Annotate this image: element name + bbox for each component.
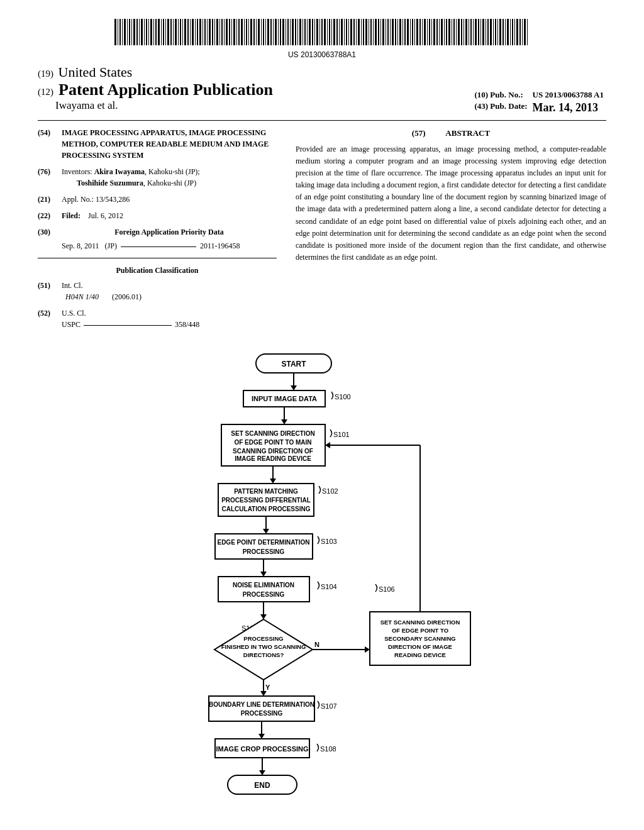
int-cl-year: (2006.01) <box>112 292 142 301</box>
svg-rect-29 <box>182 19 183 45</box>
header-type-row: (12) Patent Application Publication <box>38 80 459 99</box>
svg-rect-155 <box>490 19 492 45</box>
svg-rect-91 <box>333 19 335 45</box>
svg-rect-150 <box>478 19 479 45</box>
svg-rect-118 <box>399 19 401 45</box>
svg-rect-111 <box>382 19 384 45</box>
svg-text:OF EDGE POINT TO MAIN: OF EDGE POINT TO MAIN <box>234 439 311 446</box>
svg-rect-162 <box>507 19 509 45</box>
svg-rect-145 <box>465 19 467 45</box>
s107-line1: BOUNDARY LINE DETERMINATION <box>209 701 314 708</box>
svg-rect-30 <box>184 19 186 45</box>
svg-text:SECONDARY SCANNING: SECONDARY SCANNING <box>384 635 456 642</box>
svg-rect-6 <box>127 19 128 45</box>
svg-text:PROCESSING: PROCESSING <box>243 591 285 598</box>
svg-rect-89 <box>329 19 330 45</box>
svg-rect-135 <box>441 19 443 45</box>
svg-rect-127 <box>422 19 423 45</box>
svg-rect-51 <box>236 19 237 45</box>
svg-rect-108 <box>375 19 377 45</box>
title-field: (54) IMAGE PROCESSING APPARATUS, IMAGE P… <box>38 127 277 161</box>
svg-rect-101 <box>358 19 360 45</box>
svg-text:PROCESSING DIFFERENTIAL: PROCESSING DIFFERENTIAL <box>221 497 311 504</box>
svg-rect-163 <box>510 19 511 45</box>
svg-rect-143 <box>461 19 462 45</box>
svg-rect-147 <box>470 19 472 45</box>
inventors-field: (76) Inventors: Akira Iwayama, Kahoku-sh… <box>38 166 277 189</box>
appl-no-content: Appl. No.: 13/543,286 <box>62 194 277 205</box>
svg-rect-115 <box>392 19 394 45</box>
svg-rect-45 <box>221 19 223 45</box>
foreign-field-num: (30) <box>38 226 62 238</box>
abstract-label: (57) ABSTRACT <box>296 127 606 140</box>
svg-rect-35 <box>197 19 198 45</box>
svg-rect-3 <box>119 19 121 45</box>
svg-rect-81 <box>309 19 311 45</box>
svg-rect-109 <box>378 19 379 45</box>
inventor1-loc: , Kahoku-shi (JP); <box>145 167 200 176</box>
s106-line1: SET SCANNING DIRECTION <box>380 619 460 626</box>
svg-rect-22 <box>165 19 166 45</box>
us-cl-content: U.S. Cl. USPC 358/448 <box>62 307 277 330</box>
svg-rect-33 <box>192 19 194 45</box>
svg-rect-129 <box>427 19 428 45</box>
svg-rect-57 <box>250 19 252 45</box>
page: US 20130063788A1 (19) United States (12)… <box>0 0 644 830</box>
svg-rect-59 <box>256 19 257 45</box>
inventor2-name: Toshihide Suzumura <box>77 179 143 187</box>
svg-rect-154 <box>487 19 489 45</box>
svg-rect-32 <box>190 19 191 45</box>
svg-rect-67 <box>275 19 277 45</box>
header-section: (19) United States (12) Patent Applicati… <box>38 64 606 115</box>
svg-rect-77 <box>299 19 301 45</box>
s107-label: S107 <box>321 702 337 710</box>
svg-text:DIRECTION OF IMAGE: DIRECTION OF IMAGE <box>388 643 452 650</box>
svg-rect-26 <box>175 19 177 45</box>
svg-rect-119 <box>402 19 403 45</box>
svg-rect-123 <box>412 19 413 45</box>
svg-rect-90 <box>331 19 332 45</box>
svg-rect-141 <box>456 19 457 45</box>
svg-rect-97 <box>348 19 349 45</box>
svg-rect-52 <box>238 19 240 45</box>
filed-field-num: (22) <box>38 210 62 221</box>
barcode-svg <box>108 19 536 45</box>
svg-marker-200 <box>365 646 370 653</box>
svg-marker-195 <box>260 614 267 619</box>
svg-rect-11 <box>139 19 140 45</box>
svg-rect-37 <box>203 19 203 45</box>
svg-rect-64 <box>267 19 269 45</box>
svg-rect-24 <box>170 19 172 45</box>
filed-label: Filed: <box>62 211 80 220</box>
svg-rect-93 <box>339 19 340 45</box>
svg-rect-137 <box>446 19 447 45</box>
svg-rect-8 <box>131 19 132 45</box>
foreign-date: Sep. 8, 2011 <box>62 241 99 250</box>
s105-diamond-line1: PROCESSING <box>243 635 283 642</box>
header-divider <box>38 120 606 121</box>
svg-rect-83 <box>314 19 315 45</box>
svg-text:PROCESSING: PROCESSING <box>241 710 283 717</box>
svg-rect-132 <box>433 19 435 45</box>
svg-rect-9 <box>133 19 135 45</box>
svg-rect-16 <box>150 19 152 45</box>
svg-rect-47 <box>226 19 228 45</box>
svg-rect-10 <box>136 19 138 45</box>
svg-rect-17 <box>153 19 154 45</box>
us-cl-label: U.S. Cl. <box>62 309 86 318</box>
pub-date-value: Mar. 14, 2013 <box>530 101 606 115</box>
int-cl-content: Int. Cl. H04N 1/40 (2006.01) <box>62 280 277 302</box>
svg-marker-208 <box>325 442 330 448</box>
svg-rect-55 <box>246 19 247 45</box>
foreign-content: Foreign Application Priority Data Sep. 8… <box>62 226 277 252</box>
svg-rect-170 <box>527 19 528 45</box>
svg-rect-21 <box>163 19 164 45</box>
svg-rect-69 <box>280 19 281 45</box>
filed-date: Jul. 6, 2012 <box>88 211 123 220</box>
svg-rect-102 <box>361 19 362 45</box>
s102-label: S102 <box>322 487 338 495</box>
svg-text:CALCULATION PROCESSING: CALCULATION PROCESSING <box>222 506 311 512</box>
svg-text:READING DEVICE: READING DEVICE <box>394 651 446 658</box>
svg-rect-98 <box>350 19 352 45</box>
start-label: START <box>281 360 306 368</box>
